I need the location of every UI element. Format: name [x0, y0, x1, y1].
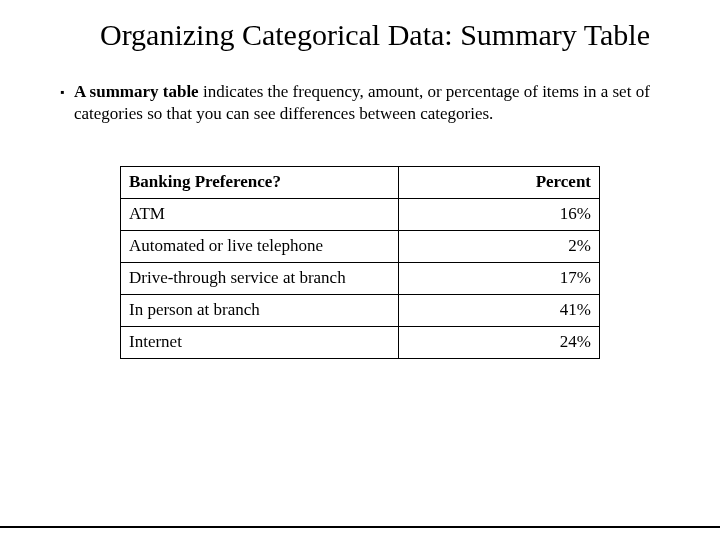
table-cell-value: 17%	[398, 263, 599, 295]
table-header-left: Banking Preference?	[121, 167, 399, 199]
table-cell-value: 24%	[398, 327, 599, 359]
table-row: ATM 16%	[121, 199, 600, 231]
summary-table: Banking Preference? Percent ATM 16% Auto…	[120, 166, 600, 359]
bullet-lead-bold: A summary table	[74, 82, 199, 101]
table-row: In person at branch 41%	[121, 295, 600, 327]
bullet-text: A summary table indicates the frequency,…	[74, 81, 660, 127]
page-title: Organizing Categorical Data: Summary Tab…	[100, 18, 670, 53]
square-bullet-icon: ▪	[60, 81, 74, 103]
table-cell-label: Automated or live telephone	[121, 231, 399, 263]
table-cell-value: 16%	[398, 199, 599, 231]
bullet-item: ▪ A summary table indicates the frequenc…	[60, 81, 660, 127]
slide: Organizing Categorical Data: Summary Tab…	[0, 0, 720, 540]
table-cell-value: 2%	[398, 231, 599, 263]
table-cell-label: ATM	[121, 199, 399, 231]
table-row: Drive-through service at branch 17%	[121, 263, 600, 295]
table-row: Automated or live telephone 2%	[121, 231, 600, 263]
footer-rule	[0, 526, 720, 528]
table-cell-label: Internet	[121, 327, 399, 359]
table-header-right: Percent	[398, 167, 599, 199]
table-row: Internet 24%	[121, 327, 600, 359]
summary-table-wrap: Banking Preference? Percent ATM 16% Auto…	[120, 166, 600, 359]
table-cell-label: In person at branch	[121, 295, 399, 327]
bullet-block: ▪ A summary table indicates the frequenc…	[60, 81, 660, 127]
table-cell-value: 41%	[398, 295, 599, 327]
table-cell-label: Drive-through service at branch	[121, 263, 399, 295]
table-header-row: Banking Preference? Percent	[121, 167, 600, 199]
